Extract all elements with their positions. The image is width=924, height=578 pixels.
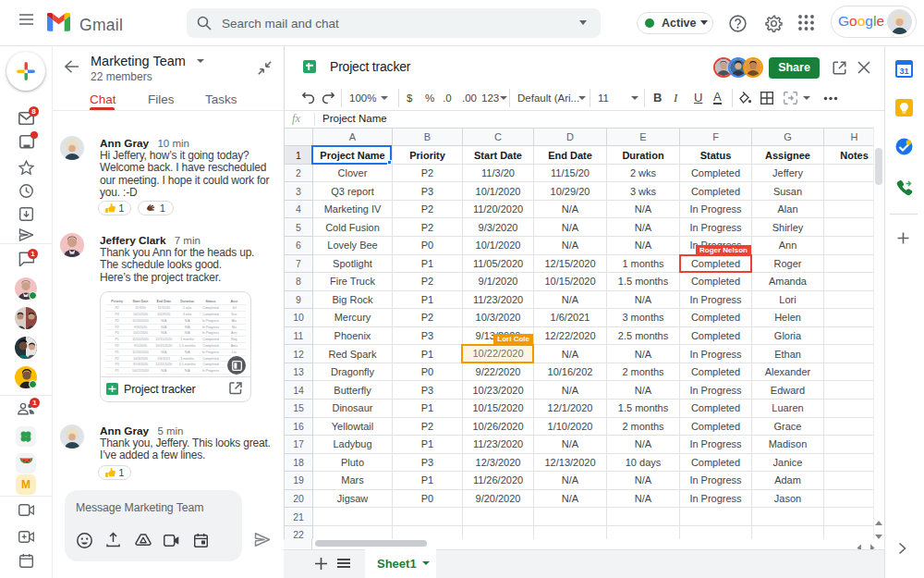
svg-text:31: 31: [899, 67, 908, 76]
svg-text:Google: Google: [838, 13, 884, 29]
